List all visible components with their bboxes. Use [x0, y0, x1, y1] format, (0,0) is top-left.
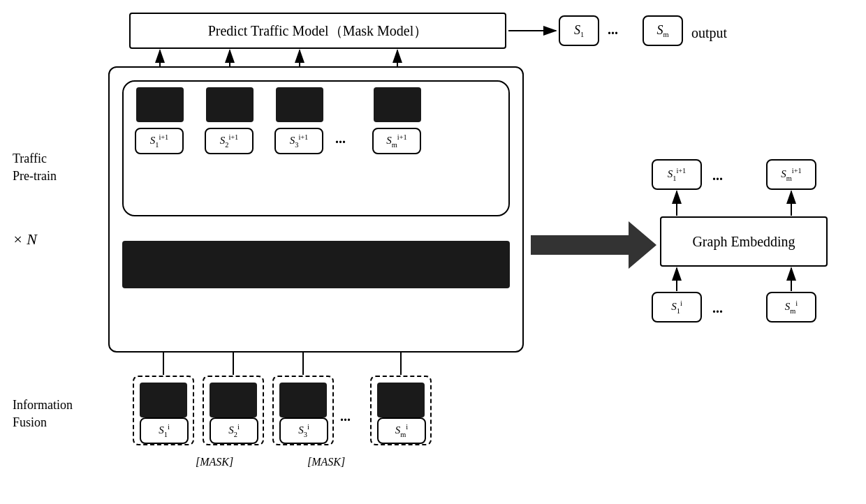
dashed-sm-box: Smi	[377, 417, 426, 444]
mask-label-1: [MASK]	[196, 456, 233, 468]
mask-label-2: [MASK]	[307, 456, 345, 468]
right-dots-top: ···	[712, 171, 723, 187]
dark-square-4	[374, 87, 421, 122]
dashed-box-3: S3i	[272, 376, 334, 445]
inner-sm-box: Smi+1	[372, 128, 421, 154]
xn-label: × N	[13, 230, 37, 249]
dashed-s2-box: S2i	[210, 417, 258, 444]
output-s1-label: S1	[574, 23, 584, 38]
svg-marker-15	[531, 221, 656, 269]
dashed-dark-4	[377, 383, 425, 417]
inner-dots: ···	[335, 134, 346, 150]
big-black-bar	[122, 241, 510, 288]
dark-square-3	[276, 87, 323, 122]
right-s1-bot-box: S1i	[652, 292, 702, 323]
output-label: output	[691, 25, 727, 41]
inner-s3-box: S3i+1	[274, 128, 323, 154]
inner-s2-box: S2i+1	[205, 128, 254, 154]
graph-embedding-box: Graph Embedding	[660, 216, 828, 267]
dashed-box-4: Smi	[370, 376, 432, 445]
inner-s1-box: S1i+1	[135, 128, 184, 154]
graph-embedding-label: Graph Embedding	[692, 234, 795, 250]
pretrain-label: TrafficPre-train	[13, 150, 57, 185]
right-dots-bot: ···	[712, 304, 723, 320]
output-s1-box: S1	[559, 15, 599, 46]
output-sm-label: Sm	[656, 23, 668, 38]
dashed-s1-box: S1i	[140, 417, 189, 444]
right-sm-bot-box: Smi	[766, 292, 816, 323]
dashed-dark-2	[210, 383, 257, 417]
dark-square-2	[206, 87, 254, 122]
dashed-dark-1	[140, 383, 187, 417]
dashed-dark-3	[279, 383, 327, 417]
predict-traffic-box: Predict Traffic Model（Mask Model）	[129, 13, 506, 49]
info-fusion-label: InformationFusion	[13, 396, 73, 431]
output-sm-box: Sm	[643, 15, 683, 46]
dashed-box-1: S1i	[133, 376, 194, 445]
diagram-container: Predict Traffic Model（Mask Model） S1 Sm …	[0, 0, 866, 504]
predict-traffic-label: Predict Traffic Model（Mask Model）	[208, 22, 428, 40]
dashed-box-2: S2i	[203, 376, 264, 445]
right-s1-top-box: S1i+1	[652, 159, 702, 190]
dashed-s3-box: S3i	[279, 417, 328, 444]
output-dots: ···	[608, 25, 618, 41]
dark-square-1	[136, 87, 184, 122]
dashed-dots: ···	[340, 412, 351, 428]
right-sm-top-box: Smi+1	[766, 159, 816, 190]
